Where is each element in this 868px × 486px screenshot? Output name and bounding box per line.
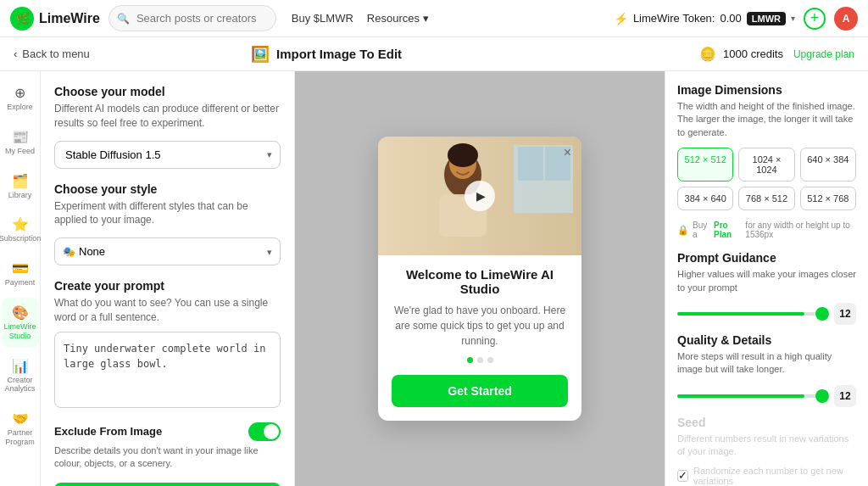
- modal-dots: [392, 357, 568, 363]
- guidance-desc: Higher values will make your images clos…: [677, 268, 856, 294]
- model-select[interactable]: Stable Diffusion 1.5 Stable Diffusion XL…: [54, 141, 281, 169]
- toggle-knob: [264, 424, 279, 439]
- top-navigation: 🌿 LimeWire 🔍 Buy $LMWR Resources ▾ ⚡ Lim…: [0, 0, 868, 37]
- welcome-modal: ×: [378, 137, 581, 421]
- chevron-down-icon: ▾: [423, 12, 429, 25]
- sidebar-item-studio[interactable]: 🎨 LimeWire Studio: [2, 298, 39, 348]
- dim-512x768[interactable]: 512 × 768: [800, 187, 856, 210]
- lock-icon: 🔒: [677, 225, 689, 236]
- guidance-slider-thumb[interactable]: [815, 307, 829, 321]
- sidebar-item-explore[interactable]: ⊕ Explore: [2, 78, 39, 119]
- pro-plan-link[interactable]: Pro Plan: [714, 221, 742, 239]
- style-select-wrapper: 🎭 None Photorealistic Anime Oil Painting…: [54, 237, 281, 265]
- lightning-icon: ⚡: [614, 12, 628, 25]
- token-label: LimeWire Token:: [633, 12, 715, 25]
- sidebar-library-label: Library: [8, 191, 32, 200]
- guidance-value: 12: [834, 303, 856, 325]
- sidebar-item-feed[interactable]: 📰 My Feed: [2, 122, 39, 163]
- analytics-icon: 📊: [12, 358, 29, 374]
- style-select[interactable]: None Photorealistic Anime Oil Painting W…: [54, 237, 281, 265]
- modal-overlay: ×: [295, 71, 665, 486]
- feed-icon: 📰: [12, 129, 29, 145]
- dot-2: [477, 357, 483, 363]
- sidebar-subscription-label: Subscription: [0, 234, 41, 243]
- get-started-button[interactable]: Get Started: [392, 375, 568, 407]
- back-arrow-icon: ‹: [14, 47, 17, 60]
- buy-lmwr-link[interactable]: Buy $LMWR: [292, 12, 353, 25]
- sidebar-item-partner[interactable]: 🤝 Partner Program: [2, 404, 39, 454]
- search-bar[interactable]: 🔍: [108, 5, 276, 31]
- import-header: 🖼️ Import Image To Edit: [251, 45, 402, 64]
- model-title: Choose your model: [54, 85, 281, 98]
- subscription-icon: ⭐: [12, 216, 29, 232]
- token-value: 0.00: [720, 12, 741, 25]
- token-chevron-icon[interactable]: ▾: [791, 14, 795, 23]
- dot-1: [467, 357, 473, 363]
- prompt-title: Create your prompt: [54, 279, 281, 293]
- sub-navigation: ‹ Back to menu 🖼️ Import Image To Edit 🪙…: [0, 37, 868, 71]
- randomize-checkbox[interactable]: ✓: [677, 470, 688, 482]
- dim-384x640[interactable]: 384 × 640: [677, 187, 733, 210]
- dimensions-title: Image Dimensions: [677, 83, 856, 97]
- dim-1024x1024[interactable]: 1024 × 1024: [738, 148, 794, 182]
- model-select-wrapper: Stable Diffusion 1.5 Stable Diffusion XL…: [54, 141, 281, 169]
- prompt-textarea[interactable]: Tiny underwater complete world in large …: [54, 332, 281, 408]
- token-area: ⚡ LimeWire Token: 0.00 LMWR ▾: [614, 12, 795, 25]
- dim-512x512[interactable]: 512 × 512: [677, 148, 733, 182]
- add-button[interactable]: +: [804, 8, 826, 30]
- svg-point-6: [448, 143, 478, 167]
- seed-title: Seed: [677, 416, 856, 429]
- model-desc: Different AI models can produce differen…: [54, 102, 281, 131]
- dim-640x384[interactable]: 640 × 384: [800, 148, 856, 182]
- form-panel: Choose your model Different AI models ca…: [41, 71, 295, 486]
- main-content: ⊕ Explore 📰 My Feed 🗂️ Library ⭐ Subscri…: [0, 71, 868, 486]
- logo-icon: 🌿: [10, 7, 34, 31]
- exclude-row: Exclude From Image: [54, 422, 281, 441]
- modal-body: Welcome to LimeWire AI Studio We're glad…: [378, 255, 581, 421]
- studio-icon: 🎨: [12, 304, 29, 321]
- back-label: Back to menu: [22, 47, 90, 60]
- play-button[interactable]: ▶: [465, 181, 495, 211]
- modal-title: Welcome to LimeWire AI Studio: [392, 267, 568, 296]
- token-badge: LMWR: [747, 12, 786, 25]
- sidebar-analytics-label: Creator Analytics: [5, 376, 36, 394]
- prompt-desc: What do you want to see? You can use a s…: [54, 296, 281, 325]
- quality-slider-fill: [677, 394, 804, 398]
- sidebar-payment-label: Payment: [5, 278, 36, 288]
- pro-note: 🔒 Buy a Pro Plan for any width or height…: [677, 221, 856, 239]
- partner-icon: 🤝: [12, 411, 29, 427]
- modal-close-button[interactable]: ×: [564, 145, 571, 160]
- guidance-slider-fill: [677, 312, 804, 316]
- style-desc: Experiment with different styles that ca…: [54, 199, 281, 228]
- generate-button[interactable]: ✨ Generate Image: [54, 483, 281, 486]
- pro-note-suffix: for any width or height up to 1536px: [745, 221, 856, 239]
- logo-text: LimeWire: [39, 11, 100, 26]
- guidance-title: Prompt Guidance: [677, 251, 856, 265]
- resources-link[interactable]: Resources ▾: [367, 12, 429, 25]
- dimensions-desc: The width and height of the finished ima…: [677, 100, 856, 139]
- modal-video-thumbnail: ▶: [378, 137, 581, 255]
- exclude-toggle[interactable]: [248, 422, 281, 441]
- pro-note-prefix: Buy a: [693, 221, 710, 239]
- library-icon: 🗂️: [12, 173, 29, 189]
- guidance-slider-track[interactable]: [677, 312, 827, 316]
- avatar[interactable]: A: [834, 7, 858, 31]
- quality-slider-row: 12: [677, 385, 856, 407]
- upgrade-link[interactable]: Upgrade plan: [793, 48, 854, 60]
- dimension-grid: 512 × 512 1024 × 1024 640 × 384 384 × 64…: [677, 148, 856, 210]
- quality-slider-thumb[interactable]: [815, 389, 829, 403]
- quality-slider-track[interactable]: [677, 394, 827, 398]
- back-to-menu-button[interactable]: ‹ Back to menu: [14, 47, 251, 60]
- dim-768x512[interactable]: 768 × 512: [738, 187, 794, 210]
- sidebar-item-library[interactable]: 🗂️ Library: [2, 166, 39, 207]
- search-icon: 🔍: [117, 13, 130, 25]
- canvas-area: ×: [295, 71, 665, 486]
- sidebar-item-analytics[interactable]: 📊 Creator Analytics: [2, 351, 39, 401]
- sidebar-item-subscription[interactable]: ⭐ Subscription: [2, 209, 39, 250]
- search-input[interactable]: [108, 5, 276, 31]
- sidebar-item-payment[interactable]: 💳 Payment: [2, 254, 39, 294]
- sidebar-feed-label: My Feed: [5, 147, 35, 156]
- quality-value: 12: [834, 385, 856, 407]
- style-title: Choose your style: [54, 182, 281, 196]
- exclude-desc: Describe details you don't want in your …: [54, 444, 281, 471]
